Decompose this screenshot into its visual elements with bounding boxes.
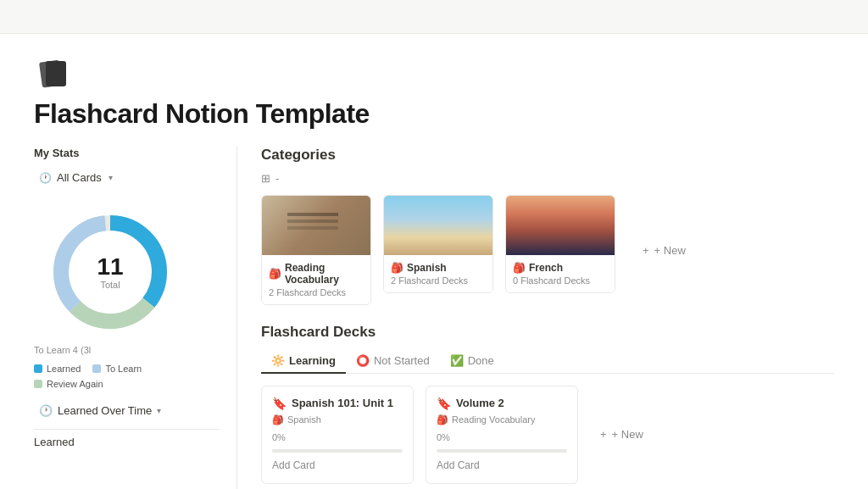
learning-tab-icon: 🔆 xyxy=(271,354,285,367)
legend: Learned To Learn Review Again xyxy=(34,364,220,389)
category-french[interactable]: 🎒 French 0 Flashcard Decks xyxy=(505,195,615,293)
done-tab-icon: ✅ xyxy=(450,354,464,367)
categories-section: Categories ⊞ - 🎒 Reading Vocabulary xyxy=(261,147,834,305)
done-tab-label: Done xyxy=(468,354,494,367)
add-card-btn-1[interactable]: Add Card xyxy=(272,458,403,473)
deck-title-row-1: 🔖 Spanish 101: Unit 1 xyxy=(272,397,403,411)
plus-icon-categories: + xyxy=(643,244,649,257)
learned-bottom-label: Learned xyxy=(34,436,75,448)
grid-label: - xyxy=(275,172,279,185)
decks-grid: 🔖 Spanish 101: Unit 1 🎒 Spanish 0% Add C… xyxy=(261,386,834,484)
donut-total-label: Total xyxy=(100,280,120,290)
add-new-deck-button[interactable]: + + New xyxy=(593,425,650,444)
tabs-row: 🔆 Learning ⭕ Not Started ✅ Done xyxy=(261,349,834,374)
donut-center: 11 Total xyxy=(97,254,123,291)
filter-label: All Cards xyxy=(57,171,102,184)
legend-learned: Learned xyxy=(34,364,81,374)
tab-learning[interactable]: 🔆 Learning xyxy=(261,349,346,374)
grid-filter-row: ⊞ - xyxy=(261,172,834,185)
not-started-tab-icon: ⭕ xyxy=(356,354,370,367)
deck-title-row-2: 🔖 Volume 2 xyxy=(437,397,567,411)
deck-title-2: Volume 2 xyxy=(456,397,504,411)
category-info-spanish: 🎒 Spanish 2 Flashcard Decks xyxy=(384,255,492,292)
deck-percent-1: 0% xyxy=(272,432,403,442)
donut-chart: 11 Total xyxy=(42,204,178,340)
learned-dot xyxy=(34,364,42,373)
categories-grid: 🎒 Reading Vocabulary 2 Flashcard Decks 🎒 xyxy=(261,195,834,305)
legend-to-learn: To Learn xyxy=(92,364,142,374)
review-label: Review Again xyxy=(47,379,103,389)
decks-header: Flashcard Decks xyxy=(261,324,834,341)
deck-subtitle-1: 🎒 Spanish xyxy=(272,414,403,425)
caret-icon: ▾ xyxy=(108,173,113,182)
caret-icon-2: ▾ xyxy=(157,406,161,415)
tab-not-started[interactable]: ⭕ Not Started xyxy=(346,349,440,374)
all-cards-filter[interactable]: 🕐 All Cards ▾ xyxy=(34,168,220,187)
category-info-reading: 🎒 Reading Vocabulary 2 Flashcard Decks xyxy=(262,255,370,304)
category-spanish[interactable]: 🎒 Spanish 2 Flashcard Decks xyxy=(383,195,493,293)
donut-total: 11 xyxy=(97,254,123,281)
progress-bar-bg-2 xyxy=(437,449,567,453)
top-bar xyxy=(0,0,868,34)
deck-spanish-101[interactable]: 🔖 Spanish 101: Unit 1 🎒 Spanish 0% Add C… xyxy=(261,386,414,484)
learned-label: Learned xyxy=(47,364,81,374)
tab-done[interactable]: ✅ Done xyxy=(440,349,504,374)
deck-subtitle-2: 🎒 Reading Vocabulary xyxy=(437,414,567,425)
deck-icon-reading: 🎒 xyxy=(269,268,281,280)
progress-bar-bg-1 xyxy=(272,449,403,453)
french-name: 🎒 French xyxy=(513,262,608,274)
right-panel: Categories ⊞ - 🎒 Reading Vocabulary xyxy=(237,147,834,489)
reading-vocab-name: 🎒 Reading Vocabulary xyxy=(269,262,364,286)
deck-volume-2[interactable]: 🔖 Volume 2 🎒 Reading Vocabulary 0% Add C… xyxy=(426,386,578,484)
reading-vocab-count: 2 Flashcard Decks xyxy=(269,287,364,297)
my-stats-label: My Stats xyxy=(34,147,220,159)
page-title: Flashcard Notion Template xyxy=(34,98,834,130)
add-card-btn-2[interactable]: Add Card xyxy=(437,458,567,473)
svg-rect-1 xyxy=(46,61,66,86)
clock-icon-2: 🕐 xyxy=(39,404,53,417)
not-started-tab-label: Not Started xyxy=(374,354,430,367)
spanish-name: 🎒 Spanish xyxy=(391,262,486,274)
learned-over-time-label: Learned Over Time xyxy=(58,404,152,417)
category-reading-vocabulary[interactable]: 🎒 Reading Vocabulary 2 Flashcard Decks xyxy=(261,195,371,305)
french-count: 0 Flashcard Decks xyxy=(513,275,608,286)
spanish-image xyxy=(384,196,492,255)
review-dot xyxy=(34,380,42,388)
learning-tab-label: Learning xyxy=(289,354,336,367)
to-learn-label: To Learn xyxy=(105,364,142,374)
plus-icon-deck: + xyxy=(600,428,607,441)
main-layout: My Stats 🕐 All Cards ▾ xyxy=(34,147,834,489)
deck-icon-french: 🎒 xyxy=(513,262,526,274)
page-container: Flashcard Notion Template My Stats 🕐 All… xyxy=(0,34,868,489)
clock-icon: 🕐 xyxy=(39,172,52,184)
grid-icon: ⊞ xyxy=(261,172,270,185)
category-info-french: 🎒 French 0 Flashcard Decks xyxy=(506,255,615,292)
add-new-deck-label: + New xyxy=(612,428,643,441)
deck-category-icon-2: 🎒 xyxy=(437,414,448,425)
to-learn-note: To Learn 4 (3l xyxy=(34,345,220,355)
add-new-category-button[interactable]: + + New xyxy=(636,241,693,260)
add-new-categories-label: + New xyxy=(654,244,686,257)
deck-icon-spanish: 🎒 xyxy=(391,262,403,274)
categories-header: Categories xyxy=(261,147,834,164)
deck-title-1: Spanish 101: Unit 1 xyxy=(292,397,393,411)
page-icon xyxy=(34,54,834,92)
deck-bookmark-icon-2: 🔖 xyxy=(437,397,451,410)
deck-percent-2: 0% xyxy=(437,432,567,442)
to-learn-dot xyxy=(92,364,101,373)
french-image xyxy=(506,196,615,255)
deck-bookmark-icon-1: 🔖 xyxy=(272,397,287,410)
reading-vocabulary-image xyxy=(262,196,370,255)
decks-section: Flashcard Decks 🔆 Learning ⭕ Not Started… xyxy=(261,324,834,489)
legend-review-again: Review Again xyxy=(34,379,103,389)
learned-over-time-filter[interactable]: 🕐 Learned Over Time ▾ xyxy=(34,401,220,420)
deck-category-icon-1: 🎒 xyxy=(272,414,284,425)
spanish-count: 2 Flashcard Decks xyxy=(391,275,486,286)
left-panel: My Stats 🕐 All Cards ▾ xyxy=(34,147,237,489)
